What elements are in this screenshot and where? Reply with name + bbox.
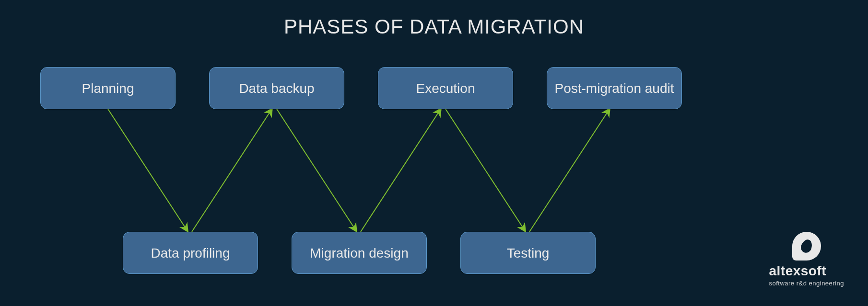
node-data-profiling: Data profiling (123, 232, 258, 274)
svg-line-1 (192, 108, 272, 232)
node-label: Testing (507, 245, 550, 261)
diagram-canvas: PHASES OF DATA MIGRATION Planning Data b… (0, 0, 868, 306)
brand-logo: altexsoft software r&d engineering (769, 232, 844, 287)
node-label: Post-migration audit (554, 80, 674, 97)
node-label: Migration design (310, 245, 408, 261)
svg-line-0 (107, 108, 188, 232)
node-label: Data profiling (151, 245, 230, 261)
logo-icon (792, 232, 821, 261)
node-migration-design: Migration design (292, 232, 427, 274)
svg-line-3 (361, 108, 441, 232)
logo-tagline: software r&d engineering (769, 280, 844, 287)
node-label: Execution (416, 80, 475, 97)
node-data-backup: Data backup (209, 67, 344, 109)
svg-line-2 (276, 108, 357, 232)
node-post-migration: Post-migration audit (547, 67, 682, 109)
node-label: Data backup (239, 80, 314, 97)
svg-line-4 (445, 108, 526, 232)
node-testing: Testing (460, 232, 596, 274)
node-execution: Execution (378, 67, 513, 109)
svg-line-5 (529, 108, 610, 232)
diagram-title: PHASES OF DATA MIGRATION (0, 15, 868, 38)
node-label: Planning (82, 80, 134, 97)
logo-name: altexsoft (769, 263, 844, 279)
node-planning: Planning (40, 67, 176, 109)
